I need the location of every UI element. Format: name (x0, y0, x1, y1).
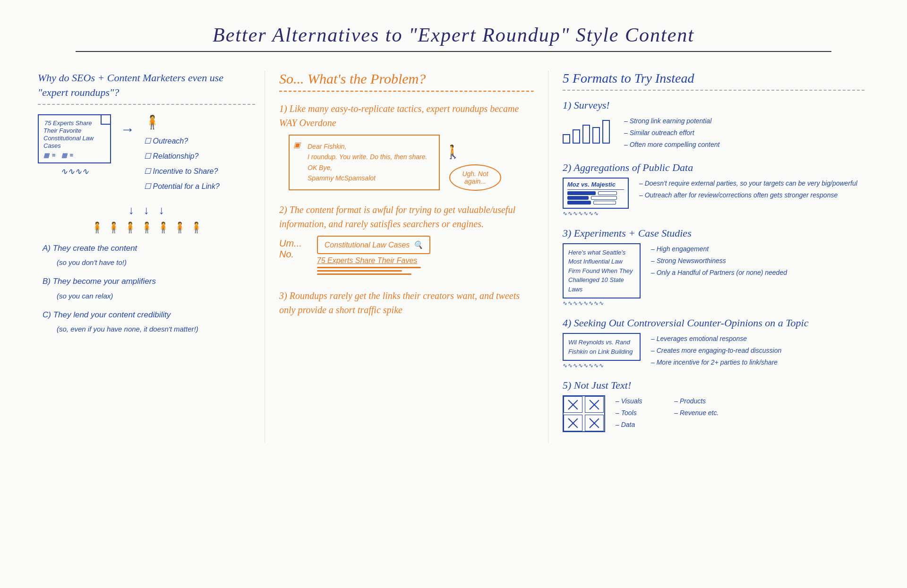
bullet-5-1: Visuals (616, 395, 660, 407)
person-3: 🧍 (124, 222, 137, 234)
person-5: 🧍 (157, 222, 170, 234)
problem-3-num: 3) (279, 290, 287, 301)
table-bar-3a (567, 201, 591, 205)
bar-3 (582, 125, 590, 144)
table-row-3 (567, 201, 624, 205)
table-label: Moz vs. Majestic (567, 181, 624, 190)
bullet-4-2: Creates more engaging-to-read discussion (651, 345, 781, 357)
problem-2: 2) The content format is awful for tryin… (279, 203, 534, 277)
case-box-wrapper: Here's what Seattle's Most Influential L… (563, 243, 641, 307)
bullet-5-4: Products (674, 395, 719, 407)
table-bar-2a (567, 196, 589, 200)
problem-3: 3) Roundups rarely get the links their c… (279, 289, 534, 317)
problem-1-body: Like many easy-to-replicate tactics, exp… (279, 103, 519, 128)
grid-sketch (563, 395, 605, 432)
benefit-b-sub: (so you can relax) (43, 290, 255, 303)
search-term: Constitutional Law Cases (325, 241, 410, 249)
format-5-row: Visuals Tools Data Products Revenue etc. (563, 395, 864, 432)
bullet-3-1: High engagement (651, 243, 787, 255)
doc-icons: ▦ ≡ ▦ ≡ (43, 152, 105, 159)
search-result-link: 75 Experts Share Their Faves (317, 256, 431, 265)
table-bar-3b (593, 201, 616, 205)
email-body: I roundup. You write. Do this, then shar… (308, 152, 432, 173)
bar-5 (602, 120, 610, 144)
format-3-name: Experiments + Case Studies (574, 227, 692, 239)
bullet-5-2: Tools (616, 407, 660, 419)
search-icon: 🔍 (413, 240, 423, 249)
email-to: Dear Fishkin, (308, 141, 432, 152)
format-2-title: 2) Aggregations of Public Data (563, 162, 864, 174)
benefit-b-letter: B) (43, 277, 53, 286)
person-confused-icon: Um...No. (279, 238, 302, 260)
bullet-3-3: Only a Handful of Partners (or none) nee… (651, 267, 787, 279)
mid-column: So... What's the Problem? 1) Like many e… (265, 71, 548, 443)
format-1-name: Surveys! (574, 99, 610, 111)
table-row-1 (567, 191, 624, 195)
person-2: 🧍 (107, 222, 120, 234)
format-4-bullets: Leverages emotional response Creates mor… (646, 333, 781, 369)
bullet-4-1: Leverages emotional response (651, 333, 781, 345)
table-row-2 (567, 196, 624, 200)
controversial-box-wrapper: Wil Reynolds vs. Rand Fishkin on Link Bu… (563, 333, 641, 369)
result-line-3 (317, 273, 411, 275)
format-2-name: Aggregations of Public Data (573, 162, 693, 173)
bar-2 (573, 129, 580, 144)
checklist-item-4: Potential for a Link? (144, 179, 220, 194)
case-squiggle: ∿∿∿∿∿∿∿∿ (563, 300, 641, 307)
benefit-c-letter: C) (43, 310, 53, 319)
title-area: Better Alternatives to "Expert Roundup" … (76, 9, 831, 52)
format-3: 3) Experiments + Case Studies Here's wha… (563, 227, 864, 307)
problem-2-body: The content format is awful for trying t… (279, 205, 515, 229)
format-3-title: 3) Experiments + Case Studies (563, 227, 864, 239)
bullet-1-1: Strong link earning potential (624, 115, 719, 127)
bullet-1-3: Often more compelling content (624, 139, 719, 151)
format-5-num: 5) (563, 379, 571, 391)
table-bar-2b (591, 196, 617, 200)
email-row: Dear Fishkin, I roundup. You write. Do t… (279, 135, 534, 191)
formats-dashed-line (563, 90, 864, 91)
format-1: 1) Surveys! Strong link earning potentia… (563, 99, 864, 151)
result-line-2 (317, 270, 402, 272)
benefit-c-main: They lend your content credibility (53, 310, 171, 319)
problem-3-text: 3) Roundups rarely get the links their c… (279, 289, 534, 317)
person-icon: 🧍 (144, 114, 220, 130)
bullet-4-3: More incentive for 2+ parties to link/sh… (651, 357, 781, 368)
benefit-a-main: They create the content (53, 244, 137, 253)
person-1: 🧍 (91, 222, 103, 234)
format-1-title: 1) Surveys! (563, 99, 864, 111)
grid-cell-1 (564, 396, 582, 413)
email-box: Dear Fishkin, I roundup. You write. Do t… (289, 135, 440, 190)
checklist-item-3: Incentive to Share? (144, 164, 220, 179)
bar-chart (563, 118, 610, 144)
why-question: Why do SEOs + Content Marketers even use… (38, 71, 255, 100)
benefit-b: B) They become your amplifiers (so you c… (43, 274, 255, 303)
person-4: 🧍 (140, 222, 153, 234)
table-sketch: Moz vs. Majestic (563, 178, 629, 209)
problem-1-num: 1) (279, 103, 287, 114)
arrows-down: ↓ ↓ ↓ (38, 204, 255, 217)
format-4: 4) Seeking Out Controversial Counter-Opi… (563, 317, 864, 369)
text-lines-icon-2: ≡ (70, 152, 74, 159)
result-lines (317, 267, 431, 275)
benefit-a: A) They create the content (so you don't… (43, 241, 255, 270)
search-area: Um...No. Constitutional Law Cases 🔍 75 E… (279, 236, 534, 277)
person-6: 🧍 (173, 222, 186, 234)
benefit-b-main: They become your amplifiers (53, 277, 156, 286)
format-4-num: 4) (563, 317, 571, 329)
bullet-2-2: Outreach after for review/corrections of… (639, 189, 857, 201)
benefit-c: C) They lend your content credibility (s… (43, 307, 255, 336)
surveys-row: Strong link earning potential Similar ou… (563, 115, 864, 151)
image-icon-2: ▦ (61, 152, 67, 159)
search-box: Constitutional Law Cases 🔍 (317, 236, 431, 254)
table-bar-1a (567, 191, 596, 195)
problem-1-text: 1) Like many easy-to-replicate tactics, … (279, 102, 534, 130)
controversial-box: Wil Reynolds vs. Rand Fishkin on Link Bu… (563, 333, 641, 361)
stick-figure-icon: 🚶 (445, 144, 501, 160)
format-1-bullets: Strong link earning potential Similar ou… (619, 115, 719, 151)
email-response-area: 🚶 Ugh. Not again... (445, 135, 501, 191)
problem-2-num: 2) (279, 205, 287, 215)
checklist-item-1: Outreach? (144, 134, 220, 149)
text-lines-icon: ≡ (52, 152, 56, 159)
benefit-a-sub: (so you don't have to!) (43, 256, 255, 270)
result-line-1 (317, 267, 421, 268)
